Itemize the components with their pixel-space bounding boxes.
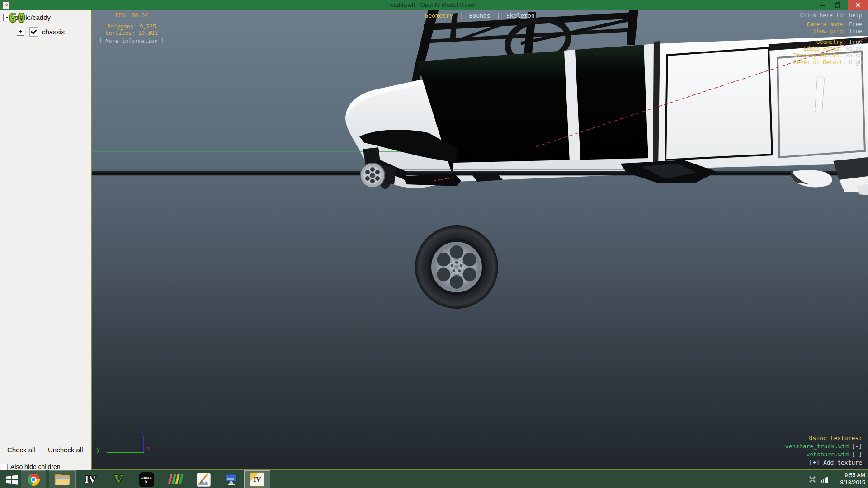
model-viewport: z y x FPS: 60.04 Polygons: 9,225 Vertice…: [91, 10, 868, 470]
taskbar-openiv-button[interactable]: IV: [244, 470, 270, 488]
chrome-icon: [28, 474, 40, 486]
openiv-icon: IV: [250, 472, 264, 487]
minimize-button[interactable]: [816, 0, 829, 10]
remove-texture-button[interactable]: [-]: [852, 443, 862, 450]
axis-z-label: z: [141, 428, 145, 436]
network-signal-icon: [821, 476, 829, 483]
chassis-checkbox[interactable]: [29, 27, 38, 37]
texture-item: vehshare_truck.wtd[-]: [785, 442, 862, 450]
arma-icon: ARMA: [139, 472, 154, 487]
brake-hub: [360, 163, 385, 188]
fraps-fps-counter: 60: [9, 12, 27, 24]
action-recorder-icon: [168, 474, 183, 484]
taskbar-gta-iv-button[interactable]: IV: [80, 470, 101, 488]
tree-footer: Check all Uncheck all Also hide children: [0, 442, 91, 470]
setting-show-grid[interactable]: Show grid:True: [794, 28, 863, 35]
setting-camera-mode[interactable]: Camera mode:Free: [794, 21, 863, 28]
remote-desktop-icon: [225, 473, 238, 486]
help-link[interactable]: Click here for help: [794, 12, 863, 19]
clock-date: 8/13/2015: [834, 479, 865, 486]
textures-overlay: Using textures: vehshare_truck.wtd[-] ve…: [785, 434, 862, 467]
taskbar: IV V ARMA: [0, 470, 868, 488]
also-hide-children-label: Also hide children: [10, 463, 61, 470]
using-textures-label: Using textures:: [785, 434, 862, 442]
check-all-button[interactable]: Check all: [7, 446, 35, 454]
tray-network-button[interactable]: [819, 470, 830, 488]
tray-clock[interactable]: 9:55 AM 8/13/2015: [834, 472, 865, 486]
taskbar-image-editor-button[interactable]: [193, 470, 214, 488]
windows-logo-icon: [6, 474, 18, 485]
setting-display-points[interactable]: Display Points:False: [794, 52, 863, 59]
tab-separator: |: [459, 12, 463, 19]
setting-geometry[interactable]: Geometry:True: [794, 39, 863, 46]
window-title: caddy.wft - OpenIV Model Viewer: [0, 0, 868, 10]
texture-item: vehshare.wtd[-]: [785, 450, 862, 459]
x-shape-icon: [809, 476, 816, 483]
tab-bounds[interactable]: Bounds: [469, 12, 491, 19]
polygons-readout: Polygons: 9,225: [97, 23, 166, 30]
image-editor-icon: [197, 473, 211, 487]
axis-y-label: y: [96, 446, 100, 453]
axis-gizmo: z y x: [96, 428, 150, 453]
start-button[interactable]: [4, 470, 20, 488]
close-button[interactable]: [848, 0, 868, 10]
taskbar-action-recorder-button[interactable]: [165, 470, 186, 488]
taskbar-gta-v-button[interactable]: V: [108, 470, 129, 488]
gta-iv-icon: IV: [85, 474, 96, 485]
view-mode-tabs: Geometry | Bounds | Skeleton: [92, 12, 868, 19]
texture-name[interactable]: vehshare.wtd: [807, 451, 849, 458]
model-tree-panel: - pack:/caddy + chassis 60 Check all Unc…: [0, 10, 91, 470]
openiv-model-viewer-window: IV caddy.wft - OpenIV Model Viewer - pac…: [0, 0, 868, 488]
taskbar-file-explorer-button[interactable]: [49, 470, 76, 488]
also-hide-children-checkbox[interactable]: [1, 464, 8, 470]
add-texture-button[interactable]: [+] Add texture: [785, 459, 862, 467]
tab-separator: |: [496, 12, 500, 19]
tree-chassis-label[interactable]: chassis: [42, 28, 65, 36]
wheel-model: [415, 225, 498, 309]
expand-expander-icon[interactable]: +: [17, 28, 24, 36]
tray-app-icon[interactable]: [807, 470, 817, 488]
remove-texture-button[interactable]: [-]: [852, 451, 862, 458]
gta-v-icon: V: [114, 473, 123, 487]
vertices-readout: Vertices: 10,381: [97, 30, 166, 36]
also-hide-children-row: Also hide children: [1, 463, 61, 470]
tab-geometry[interactable]: Geometry: [425, 12, 453, 19]
restore-button[interactable]: [831, 0, 844, 10]
uncheck-all-button[interactable]: Uncheck all: [48, 446, 83, 454]
viewer-settings-overlay: Click here for help Camera mode:Free Sho…: [794, 12, 863, 66]
setting-edged-faces[interactable]: Edged Faces:False: [794, 46, 863, 52]
taskbar-arma-button[interactable]: ARMA: [136, 470, 157, 488]
taskbar-chrome-button[interactable]: [21, 470, 46, 488]
titlebar[interactable]: IV caddy.wft - OpenIV Model Viewer: [0, 0, 868, 10]
model-viewport-canvas[interactable]: z y x: [92, 10, 868, 469]
tab-skeleton[interactable]: Skeleton: [506, 12, 535, 19]
setting-level-of-detail[interactable]: Level of Detail:High: [794, 59, 863, 66]
file-explorer-icon: [55, 474, 70, 485]
taskbar-remote-desktop-button[interactable]: [221, 470, 242, 488]
texture-name[interactable]: vehshare_truck.wtd: [785, 443, 849, 450]
more-information-link[interactable]: [ More information ]: [97, 38, 166, 44]
axis-x-label: x: [146, 445, 150, 452]
clock-time: 9:55 AM: [834, 472, 865, 479]
tree-row-chassis: + chassis: [17, 27, 65, 37]
